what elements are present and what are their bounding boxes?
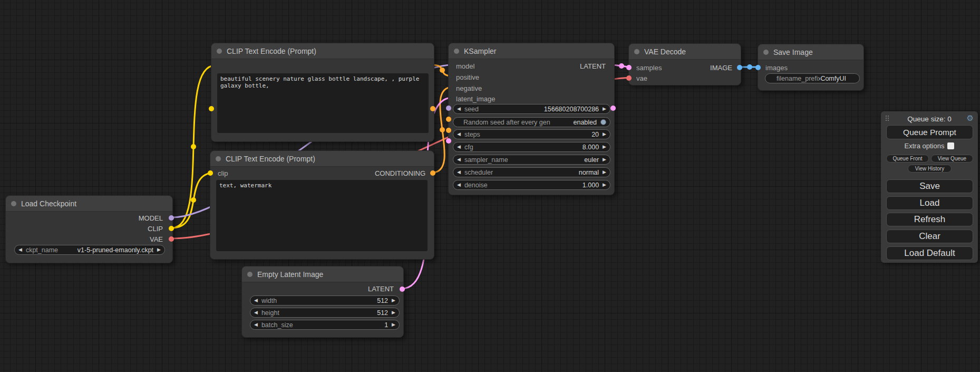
input-slot-clip[interactable]	[208, 170, 213, 176]
queue-front-button[interactable]: Queue Front	[886, 155, 929, 163]
widget-denoise[interactable]: ◀ denoise 1.000 ▶	[453, 180, 610, 190]
node-title-bar[interactable]: Save Image	[758, 44, 863, 60]
output-slot-latent[interactable]	[400, 287, 405, 292]
widget-sampler-name[interactable]: ◀ sampler_name euler ▶	[453, 155, 610, 165]
widget-label: Random seed after every gen	[463, 119, 550, 126]
view-history-button[interactable]: View History	[908, 165, 952, 173]
decrement-arrow-icon[interactable]: ◀	[457, 157, 461, 162]
widget-random-seed-toggle[interactable]: Random seed after every gen enabled	[453, 117, 610, 127]
node-title-bar[interactable]: CLIP Text Encode (Prompt)	[211, 43, 434, 59]
queue-panel[interactable]: Queue size: 0 ⚙ Queue Prompt Extra optio…	[881, 111, 978, 263]
input-slot-negative[interactable]	[446, 128, 451, 133]
node-clip-text-encode-2[interactable]: CLIP Text Encode (Prompt) clip CONDITION…	[210, 150, 434, 260]
increment-arrow-icon[interactable]: ▶	[603, 157, 606, 162]
node-title-bar[interactable]: Load Checkpoint	[6, 196, 172, 212]
widget-value: 1.000	[583, 182, 599, 189]
decrement-arrow-icon[interactable]: ◀	[457, 145, 461, 149]
input-slot-latent-image[interactable]	[446, 138, 451, 144]
link-midpoint-dot[interactable]	[191, 144, 196, 149]
widget-cfg[interactable]: ◀ cfg 8.000 ▶	[453, 142, 610, 152]
settings-gear-icon[interactable]: ⚙	[967, 113, 974, 123]
load-button[interactable]: Load	[886, 196, 973, 210]
widget-value: v1-5-pruned-emaonly.ckpt	[77, 246, 153, 254]
decrement-arrow-icon[interactable]: ◀	[457, 170, 461, 175]
link-midpoint-dot[interactable]	[191, 197, 196, 203]
increment-arrow-icon[interactable]: ▶	[603, 145, 606, 149]
collapse-dot-icon[interactable]	[11, 201, 16, 206]
input-slot-model[interactable]	[446, 106, 451, 111]
widget-batch-size[interactable]: ◀ batch_size 1 ▶	[250, 320, 400, 330]
widget-steps[interactable]: ◀ steps 20 ▶	[453, 129, 610, 139]
node-ksampler[interactable]: KSampler model LATENT positive negative …	[448, 43, 615, 195]
toggle-enabled-icon[interactable]	[600, 119, 606, 125]
widget-value: 512	[377, 309, 388, 317]
view-queue-button[interactable]: View Queue	[931, 155, 973, 163]
node-load-checkpoint[interactable]: Load Checkpoint MODEL CLIP VAE ◀ ckpt_na…	[5, 195, 173, 263]
output-slot-clip[interactable]	[169, 226, 174, 231]
decrement-arrow-icon[interactable]: ◀	[18, 247, 22, 252]
output-label: LATENT	[580, 62, 606, 70]
node-title: CLIP Text Encode (Prompt)	[226, 155, 315, 163]
input-slot-images[interactable]	[755, 65, 761, 70]
node-title-bar[interactable]: Empty Latent Image	[242, 266, 403, 282]
widget-width[interactable]: ◀ width 512 ▶	[250, 295, 400, 306]
extra-options-checkbox[interactable]	[947, 142, 954, 149]
increment-arrow-icon[interactable]: ▶	[603, 132, 606, 137]
input-slot-positive[interactable]	[446, 117, 451, 122]
input-slot-clip[interactable]	[209, 106, 214, 111]
widget-label: denoise	[464, 182, 488, 189]
link-midpoint-dot[interactable]	[440, 127, 445, 132]
node-title-bar[interactable]: KSampler	[449, 43, 614, 59]
output-slot-conditioning[interactable]	[430, 106, 435, 111]
widget-filename-prefix[interactable]: filename_prefix ComfyUI	[765, 73, 860, 83]
output-slot-conditioning[interactable]	[430, 170, 435, 176]
clear-button[interactable]: Clear	[886, 230, 973, 243]
node-empty-latent-image[interactable]: Empty Latent Image LATENT ◀ width 512 ▶ …	[241, 266, 404, 338]
node-title-bar[interactable]: VAE Decode	[629, 44, 741, 60]
output-slot-latent[interactable]	[610, 106, 616, 111]
node-clip-text-encode-1[interactable]: CLIP Text Encode (Prompt) clip CONDITION…	[211, 43, 434, 142]
increment-arrow-icon[interactable]: ▶	[603, 107, 606, 111]
node-title-bar[interactable]: CLIP Text Encode (Prompt)	[210, 151, 434, 167]
collapse-dot-icon[interactable]	[217, 49, 222, 54]
output-slot-vae[interactable]	[169, 236, 174, 242]
decrement-arrow-icon[interactable]: ◀	[254, 298, 258, 303]
link-midpoint-dot[interactable]	[747, 64, 752, 70]
node-graph-canvas[interactable]: CLIP Text Encode (Prompt) clip CONDITION…	[0, 0, 980, 372]
increment-arrow-icon[interactable]: ▶	[392, 310, 395, 315]
input-slot-vae[interactable]	[626, 75, 632, 81]
save-button[interactable]: Save	[886, 179, 973, 193]
decrement-arrow-icon[interactable]: ◀	[254, 322, 258, 327]
input-slot-samples[interactable]	[626, 65, 632, 70]
collapse-dot-icon[interactable]	[634, 49, 639, 54]
increment-arrow-icon[interactable]: ▶	[392, 298, 395, 303]
decrement-arrow-icon[interactable]: ◀	[254, 310, 258, 315]
load-default-button[interactable]: Load Default	[886, 246, 973, 260]
collapse-dot-icon[interactable]	[763, 50, 769, 55]
collapse-dot-icon[interactable]	[216, 156, 221, 161]
node-vae-decode[interactable]: VAE Decode samples IMAGE vae	[628, 43, 741, 85]
collapse-dot-icon[interactable]	[247, 272, 253, 277]
increment-arrow-icon[interactable]: ▶	[603, 183, 606, 187]
refresh-button[interactable]: Refresh	[886, 213, 973, 226]
widget-scheduler[interactable]: ◀ scheduler normal ▶	[453, 167, 610, 177]
node-save-image[interactable]: Save Image images filename_prefix ComfyU…	[758, 44, 864, 91]
increment-arrow-icon[interactable]: ▶	[392, 322, 395, 327]
decrement-arrow-icon[interactable]: ◀	[457, 183, 461, 187]
decrement-arrow-icon[interactable]: ◀	[457, 132, 461, 137]
output-slot-image[interactable]	[737, 65, 742, 70]
decrement-arrow-icon[interactable]: ◀	[457, 107, 461, 111]
widget-value: enabled	[574, 119, 597, 126]
collapse-dot-icon[interactable]	[454, 49, 459, 54]
increment-arrow-icon[interactable]: ▶	[603, 170, 606, 175]
output-slot-model[interactable]	[169, 215, 174, 221]
widget-ckpt-name[interactable]: ◀ ckpt_name v1-5-pruned-emaonly.ckpt ▶	[14, 245, 165, 255]
link-midpoint-dot[interactable]	[619, 63, 624, 69]
prompt-textarea[interactable]: text, watermark	[216, 180, 428, 251]
widget-seed[interactable]: ◀ seed 156680208700286 ▶	[453, 104, 610, 114]
queue-prompt-button[interactable]: Queue Prompt	[886, 125, 973, 139]
widget-height[interactable]: ◀ height 512 ▶	[250, 308, 400, 318]
increment-arrow-icon[interactable]: ▶	[157, 247, 161, 252]
prompt-textarea[interactable]: beautiful scenery nature glass bottle la…	[217, 73, 429, 133]
link-midpoint-dot[interactable]	[440, 68, 445, 73]
